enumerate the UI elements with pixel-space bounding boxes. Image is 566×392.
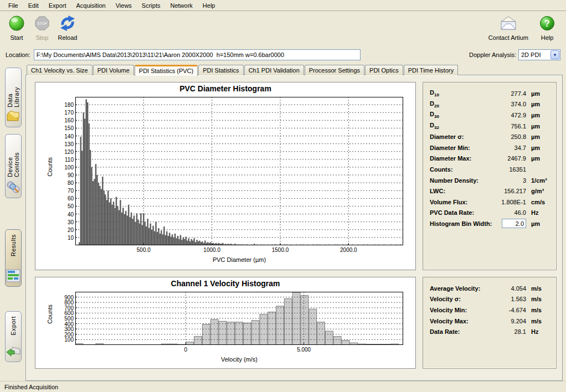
velocity-stat-label: Velocity σ:	[430, 296, 492, 302]
velocity-stat-unit: m/s	[526, 296, 550, 302]
y-tick-label: 300	[64, 326, 75, 332]
reload-label: Reload	[58, 34, 78, 41]
velocity-stat-value: 1.563	[492, 296, 526, 302]
pvc-stat-label: D30	[430, 111, 492, 119]
y-tick-label: 10	[68, 234, 75, 240]
pvc-stat-value: 46.0	[492, 209, 526, 216]
y-tick-label: 600	[64, 310, 75, 316]
plot-frame	[75, 292, 403, 345]
pvc-stat-value: 16351	[492, 166, 526, 173]
stop-icon: STOP	[34, 13, 50, 33]
y-tick-label: 30	[68, 219, 75, 225]
app-window: FileEditExportAcquisitionViewsScriptsNet…	[0, 0, 566, 392]
velocity-stat-unit: m/s	[526, 318, 550, 324]
x-axis-label: Velocity (m/s)	[75, 356, 403, 363]
pvc-stat-value: 277.4	[492, 90, 526, 97]
velocity-stat-row-velocity: Velocity σ:1.563m/s	[430, 294, 550, 305]
pvc-stat-label: D10	[430, 89, 492, 97]
velocity-stat-label: Velocity Max:	[430, 318, 492, 324]
sidebar-item-export[interactable]: Export	[5, 311, 22, 362]
pvc-stat-label: D20	[430, 100, 492, 109]
tab-page-pdi-statistics-pvc: PVC Diameter Histogram102030405060708090…	[25, 75, 563, 381]
stop-label: Stop	[36, 34, 49, 41]
sidebar-item-label: Device Controls	[7, 139, 20, 177]
y-tick-label: 40	[68, 211, 75, 217]
contact-artium-button[interactable]: Contact Artium	[488, 13, 528, 41]
pvc-diameter-histogram-panel: PVC Diameter Histogram102030405060708090…	[35, 82, 416, 270]
menu-item-help[interactable]: Help	[198, 1, 220, 10]
menu-item-acquisition[interactable]: Acquisition	[71, 1, 111, 10]
pvc-stat-row-diameter: Diameter σ:250.8µm	[430, 131, 550, 142]
pvc-stat-label: Counts:	[430, 166, 492, 173]
x-tick-label: 5.000	[297, 345, 311, 353]
menu-item-views[interactable]: Views	[111, 1, 137, 10]
x-tick-label: 2000.0	[340, 245, 357, 253]
tab-ch1-pdi-validation[interactable]: Ch1 PDI Validation	[244, 65, 304, 75]
velocity-stat-unit: Hz	[526, 328, 550, 335]
tab-ch1-velocity-vs-size[interactable]: Ch1 Velocity vs. Size	[27, 65, 92, 75]
pvc-stat-row-volume-flux: Volume Flux:1.808E-1cm/s	[430, 197, 550, 208]
reload-button[interactable]: Reload	[56, 13, 79, 41]
velocity-stat-row-velocity-max: Velocity Max:9.204m/s	[430, 316, 550, 327]
pvc-stat-label: Number Density:	[430, 177, 492, 184]
plot-area[interactable]: 1020304050607080901001101201301401501601…	[75, 97, 403, 245]
velocity-histogram-panel: Channel 1 Velocity Histogram100200300400…	[35, 277, 416, 369]
pvc-stat-unit: cm/s	[526, 199, 550, 205]
sidebar-item-data-library[interactable]: Data Library	[5, 68, 22, 127]
sidebar-item-device-controls[interactable]: Device Controls	[5, 134, 22, 198]
tab-pdi-optics[interactable]: PDI Optics	[365, 65, 403, 75]
menu-item-export[interactable]: Export	[44, 1, 71, 10]
y-tick-label: 20	[68, 226, 75, 233]
export-box-icon	[6, 342, 20, 359]
status-bar: Finished Acquisition	[0, 381, 566, 392]
pvc-stat-label: Volume Flux:	[430, 199, 492, 205]
menu-bar: FileEditExportAcquisitionViewsScriptsNet…	[0, 0, 566, 11]
location-label: Location:	[6, 51, 30, 58]
toolbar: Start STOP Stop Reload	[0, 11, 566, 47]
pvc-stat-label: LWC:	[430, 188, 492, 194]
y-tick-label: 500	[64, 316, 75, 322]
tab-pdi-volume[interactable]: PDI Volume	[93, 65, 134, 75]
bar-chart-icon	[6, 266, 20, 283]
envelope-icon	[498, 13, 518, 33]
velocity-stat-value: 28.1	[492, 328, 526, 335]
y-tick-label: 400	[64, 321, 75, 327]
pvc-stat-unit: µm	[526, 112, 550, 118]
start-icon	[8, 13, 25, 33]
y-tick-label: 180	[64, 102, 75, 108]
pvc-stat-value: 756.1	[492, 123, 526, 130]
histogram-bin-width-input[interactable]	[502, 219, 526, 228]
location-input[interactable]	[34, 49, 361, 60]
pvc-stat-value: 374.0	[492, 101, 526, 107]
pvc-stat-unit: Hz	[526, 209, 550, 216]
sidebar-item-results[interactable]: Results	[5, 229, 22, 287]
tab-processor-settings[interactable]: Processor Settings	[305, 65, 364, 75]
y-tick-label: 170	[64, 110, 75, 116]
menu-item-edit[interactable]: Edit	[23, 1, 44, 10]
menu-item-scripts[interactable]: Scripts	[137, 1, 166, 10]
doppler-analysis-select[interactable]: 2D PDI ▼	[518, 49, 560, 60]
chevron-down-icon[interactable]: ▼	[550, 50, 559, 59]
menu-item-file[interactable]: File	[3, 1, 23, 10]
tab-pdi-time-history[interactable]: PDI Time History	[404, 65, 459, 75]
pvc-stat-label: Diameter σ:	[430, 133, 492, 140]
y-tick-label: 90	[68, 172, 75, 178]
contact-artium-label: Contact Artium	[488, 34, 528, 41]
tab-strip: Ch1 Velocity vs. SizePDI VolumePDI Stati…	[25, 63, 563, 75]
help-button[interactable]: ? Help	[536, 13, 558, 41]
x-axis-label: PVC Diameter (µm)	[75, 256, 403, 263]
y-tick-label: 110	[65, 156, 75, 162]
y-tick-label: 100	[64, 164, 75, 170]
tab-pdi-statistics[interactable]: PDI Statistics	[198, 65, 243, 75]
reload-icon	[59, 13, 76, 33]
velocity-stat-row-velocity-min: Velocity Min:-4.674m/s	[430, 305, 550, 316]
pvc-stat-value: 34.7	[492, 145, 526, 151]
start-button[interactable]: Start	[6, 13, 28, 41]
main-area: Data LibraryDevice ControlsResultsExport…	[0, 63, 566, 381]
tab-pdi-statistics-pvc[interactable]: PDI Statistics (PVC)	[135, 65, 198, 76]
pvc-stat-row-diameter-max: Diameter Max:2467.9µm	[430, 153, 550, 164]
menu-item-network[interactable]: Network	[165, 1, 197, 10]
pvc-stat-label: Diameter Max:	[430, 155, 492, 162]
x-tick-label: 0	[184, 345, 188, 353]
plot-area[interactable]: 10020030040050060070080090005.000	[75, 292, 403, 345]
